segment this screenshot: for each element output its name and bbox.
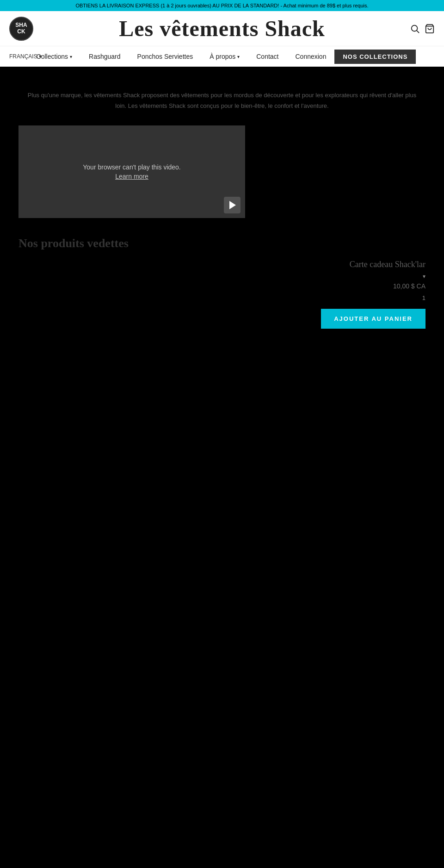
site-title: Les vêtements Shack	[119, 16, 325, 41]
video-learn-more-link[interactable]: Learn more	[115, 173, 148, 180]
nav-item-apropos[interactable]: À propos ▾	[201, 46, 248, 67]
nav-bar: FRANÇAIS ▾ Collections ▾ Rashguard Ponch…	[0, 46, 444, 67]
video-message: Your browser can't play this video.	[83, 163, 181, 171]
banner-text: OBTIENS LA LIVRAISON EXPRESS (1 à 2 jour…	[75, 3, 368, 8]
nav-item-contact[interactable]: Contact	[248, 46, 287, 67]
logo-circle: SHA CK	[9, 17, 33, 41]
logo[interactable]: SHA CK	[9, 17, 33, 41]
nav-item-rashguard[interactable]: Rashguard	[80, 46, 129, 67]
nav-item-ponchos[interactable]: Ponchos Serviettes	[129, 46, 202, 67]
main-content: Plus qu'une marque, les vêtements Shack …	[0, 67, 444, 807]
video-play-button[interactable]	[224, 197, 240, 213]
product-section: Carte cadeau Shack'lar ▾ 10,00 $ CA 1 AJ…	[18, 260, 426, 329]
svg-line-1	[417, 31, 419, 33]
chevron-down-icon: ▾	[237, 54, 240, 59]
nav-item-connexion[interactable]: Connexion	[287, 46, 335, 67]
chevron-down-icon: ▾	[39, 53, 42, 60]
bestsellers-title: Nos produits vedettes	[18, 237, 426, 250]
chevron-down-icon: ▾	[70, 54, 72, 59]
product-price: 10,00 $ CA	[393, 282, 426, 290]
add-to-cart-button[interactable]: AJOUTER AU PANIER	[321, 309, 426, 329]
svg-point-0	[412, 25, 418, 31]
top-banner: OBTIENS LA LIVRAISON EXPRESS (1 à 2 jour…	[0, 0, 444, 11]
collections-dropdown-btn[interactable]: NOS COLLECTIONS	[334, 50, 416, 64]
nav-left: FRANÇAIS ▾	[9, 50, 42, 63]
product-quantity: 1	[422, 294, 426, 301]
cart-icon[interactable]	[425, 24, 435, 34]
product-variant-select[interactable]: ▾	[423, 273, 426, 280]
nav-links: Collections ▾ Rashguard Ponchos Serviett…	[28, 46, 335, 67]
bottom-spacer	[18, 329, 426, 606]
product-name: Carte cadeau Shack'lar	[350, 260, 426, 269]
header: SHA CK Les vêtements Shack	[0, 11, 444, 46]
video-container: Your browser can't play this video. Lear…	[18, 125, 245, 218]
search-icon[interactable]	[410, 24, 420, 34]
language-selector[interactable]: FRANÇAIS ▾	[9, 50, 42, 63]
header-icons	[410, 24, 435, 34]
play-triangle-icon	[229, 201, 236, 209]
variant-arrow-icon: ▾	[423, 273, 426, 280]
description-text: Plus qu'une marque, les vêtements Shack …	[23, 90, 421, 112]
